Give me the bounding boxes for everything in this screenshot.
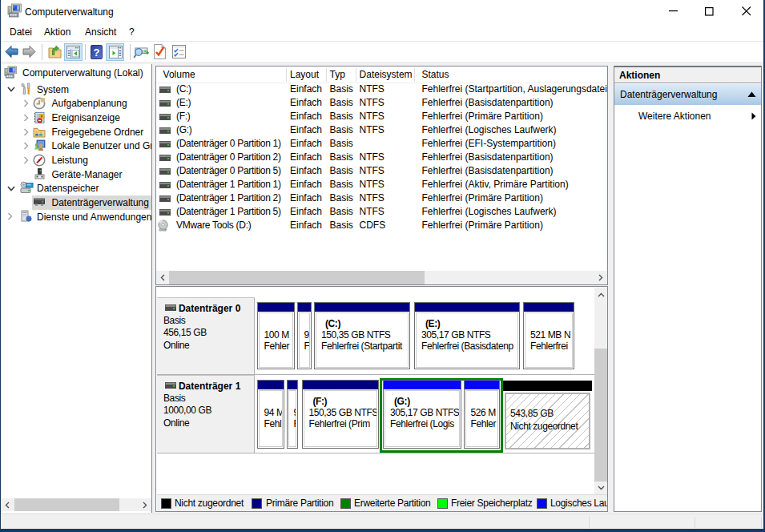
svg-text:?: ? — [94, 46, 100, 58]
